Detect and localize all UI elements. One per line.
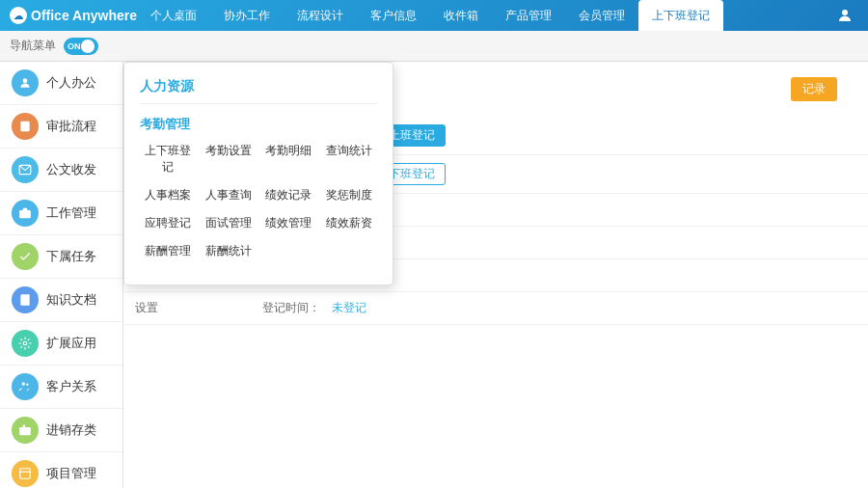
- sidebar-item-project[interactable]: 项目管理: [0, 452, 122, 488]
- nav-customer-info[interactable]: 客户信息: [357, 0, 430, 31]
- sidebar: 个人办公 审批流程 公文收发 工作管理 下属任务: [0, 62, 123, 488]
- sidebar-label-customer: 客户关系: [46, 378, 96, 395]
- svg-point-9: [26, 384, 28, 386]
- extend-icon: [12, 330, 39, 357]
- top-nav: 个人桌面 协办工作 流程设计 客户信息 收件箱 产品管理 会员管理 上下班登记: [137, 0, 831, 31]
- sidebar-item-approval[interactable]: 审批流程: [0, 105, 122, 149]
- mail-icon: [12, 156, 39, 183]
- sidebar-item-customer[interactable]: 客户关系: [0, 366, 122, 409]
- nav-inbox[interactable]: 收件箱: [430, 0, 492, 31]
- dropdown-item-8[interactable]: 奖惩制度: [321, 185, 378, 205]
- sidebar-item-extend[interactable]: 扩展应用: [0, 322, 122, 366]
- dropdown-item-12[interactable]: 绩效薪资: [321, 213, 378, 233]
- svg-point-8: [22, 382, 26, 386]
- svg-point-1: [23, 78, 28, 83]
- dropdown-item-6[interactable]: 人事查询: [201, 185, 258, 205]
- subtask-icon: [12, 243, 39, 270]
- dropdown-title: 人力资源: [140, 78, 377, 104]
- record-button[interactable]: 记录: [791, 77, 837, 101]
- sidebar-item-work[interactable]: 工作管理: [0, 192, 122, 235]
- customer-icon: [12, 373, 39, 400]
- dropdown-item-3[interactable]: 考勤明细: [260, 141, 317, 177]
- sidebar-item-inventory[interactable]: 进销存类: [0, 409, 122, 452]
- nav-personal-desk[interactable]: 个人桌面: [137, 0, 210, 31]
- toggle-text: ON: [68, 41, 81, 51]
- dropdown-item-5[interactable]: 人事档案: [140, 185, 197, 205]
- dropdown-panel: 人力资源 考勤管理 上下班登记 考勤设置 考勤明细 查询统计 人事档案 人事查询…: [123, 62, 393, 285]
- app-title: Office Anywhere: [31, 8, 137, 23]
- sidebar-item-mail[interactable]: 公文收发: [0, 149, 122, 192]
- dropdown-item-7[interactable]: 绩效记录: [260, 185, 317, 205]
- dropdown-item-4[interactable]: 查询统计: [321, 141, 378, 177]
- dropdown-item-13[interactable]: 薪酬管理: [140, 241, 197, 261]
- dropdown-item-11[interactable]: 绩效管理: [260, 213, 317, 233]
- second-bar: 导航菜单 ON: [0, 31, 868, 62]
- dropdown-item-10[interactable]: 面试管理: [201, 213, 258, 233]
- toggle-knob: [81, 40, 95, 53]
- svg-rect-10: [19, 427, 31, 435]
- att-label-6: 设置: [135, 300, 251, 316]
- svg-rect-6: [19, 210, 31, 218]
- nav-member-mgmt[interactable]: 会员管理: [565, 0, 638, 31]
- guide-toggle[interactable]: ON: [64, 38, 98, 55]
- dropdown-item-1[interactable]: 上下班登记: [140, 141, 197, 177]
- sidebar-label-approval: 审批流程: [46, 118, 96, 135]
- dropdown-item-9[interactable]: 应聘登记: [140, 213, 197, 233]
- sidebar-label-work: 工作管理: [46, 204, 96, 222]
- app-logo: ☁ Office Anywhere: [10, 7, 137, 24]
- nav-flow-design[interactable]: 流程设计: [284, 0, 357, 31]
- user-icon[interactable]: [831, 2, 858, 29]
- work-icon: [12, 200, 39, 227]
- sidebar-label-extend: 扩展应用: [46, 335, 96, 352]
- sidebar-item-subtask[interactable]: 下属任务: [0, 235, 122, 279]
- inventory-icon: [12, 417, 39, 444]
- sidebar-label-inventory: 进销存类: [46, 421, 96, 439]
- nav-attendance[interactable]: 上下班登记: [638, 0, 723, 31]
- dropdown-grid: 上下班登记 考勤设置 考勤明细 查询统计 人事档案 人事查询 绩效记录 奖惩制度…: [140, 141, 377, 261]
- svg-point-0: [842, 10, 848, 15]
- dropdown-section-title: 考勤管理: [140, 116, 377, 133]
- attendance-row-6: 设置 登记时间： 未登记: [123, 292, 868, 325]
- sidebar-label-project: 项目管理: [46, 465, 96, 482]
- main-layout: 个人办公 审批流程 公文收发 工作管理 下属任务: [0, 62, 868, 488]
- sidebar-label-knowledge: 知识文档: [46, 291, 96, 309]
- sidebar-item-personal[interactable]: 个人办公: [0, 62, 122, 105]
- svg-point-7: [23, 341, 27, 345]
- sidebar-label-mail: 公文收发: [46, 161, 96, 178]
- att-status-6[interactable]: 未登记: [332, 300, 366, 316]
- dropdown-item-2[interactable]: 考勤设置: [201, 141, 258, 177]
- project-icon: [12, 460, 39, 487]
- top-bar: ☁ Office Anywhere 个人桌面 协办工作 流程设计 客户信息 收件…: [0, 0, 868, 31]
- sidebar-label-personal: 个人办公: [46, 74, 96, 92]
- guide-label: 导航菜单: [10, 38, 56, 54]
- logo-icon: ☁: [10, 7, 27, 24]
- sidebar-item-knowledge[interactable]: 知识文档: [0, 279, 122, 322]
- svg-rect-11: [20, 469, 31, 479]
- knowledge-icon: [12, 286, 39, 313]
- sidebar-label-subtask: 下属任务: [46, 248, 96, 265]
- att-login-label-6: 登记时间：: [262, 300, 320, 316]
- nav-product-mgmt[interactable]: 产品管理: [492, 0, 565, 31]
- approval-icon: [12, 113, 39, 140]
- dropdown-item-14[interactable]: 薪酬统计: [201, 241, 258, 261]
- personal-icon: [12, 69, 39, 96]
- nav-collab-work[interactable]: 协办工作: [210, 0, 284, 31]
